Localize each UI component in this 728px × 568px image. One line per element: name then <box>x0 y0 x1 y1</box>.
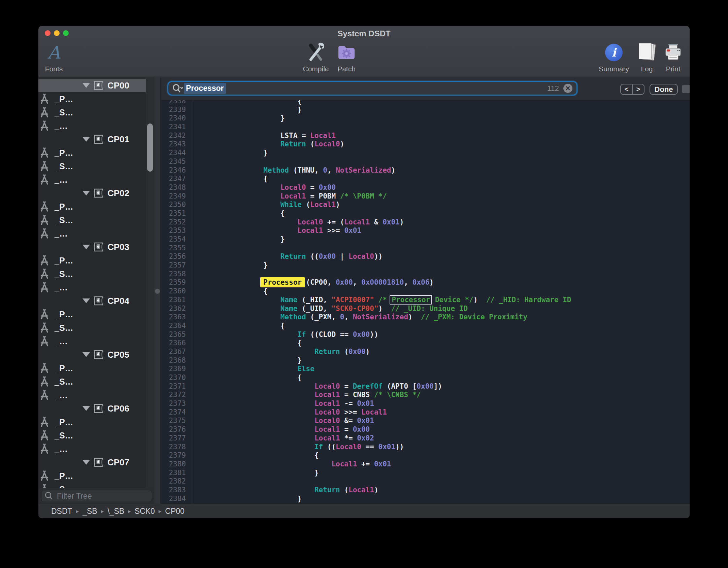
code-line: 2361 Name (_HID, "ACPI0007" /* Processor… <box>161 296 690 305</box>
clear-search-icon[interactable]: ✕ <box>563 84 572 93</box>
method-icon <box>38 429 51 441</box>
line-number: 2375 <box>161 417 189 425</box>
split-handle-icon[interactable] <box>155 289 160 294</box>
tree-item-cp05[interactable]: CP05 <box>38 348 146 361</box>
disclosure-triangle-icon[interactable] <box>82 191 90 196</box>
tree-item-cp03[interactable]: CP03 <box>38 240 146 254</box>
tree-child-item[interactable]: _… <box>38 281 146 294</box>
code-text: If ((Local0 == 0x01)) <box>189 443 404 452</box>
code-editor[interactable]: 2338 {2339 }2340 }23412342 LSTA = Local1… <box>161 100 690 504</box>
method-icon <box>38 214 51 226</box>
code-line: 2340 } <box>161 114 690 123</box>
tree-item-cp02[interactable]: CP02 <box>38 186 146 200</box>
code-line: 2338 { <box>161 100 690 106</box>
tree-item-cp04[interactable]: CP04 <box>38 294 146 308</box>
tree-child-item[interactable]: _… <box>38 173 146 186</box>
method-icon <box>38 120 51 132</box>
tree-child-item[interactable]: _P… <box>38 200 146 213</box>
tree-item-cp01[interactable]: CP01 <box>38 133 146 146</box>
disclosure-triangle-icon[interactable] <box>82 137 90 142</box>
code-text: Name (_UID, "SCK0-CP00") // _UID: Unique… <box>189 305 468 313</box>
code-text: Local1 = 0x00 <box>189 425 370 434</box>
tree-child-item[interactable]: _P… <box>38 146 146 159</box>
replace-checkbox[interactable] <box>682 85 690 93</box>
print-button[interactable]: Print <box>653 42 690 73</box>
tree-item-label: CP01 <box>107 134 129 145</box>
code-line: 2349 Local1 = P0BM /* \P0BM */ <box>161 192 690 201</box>
tree-child-item[interactable]: _S… <box>38 106 146 119</box>
split-divider[interactable] <box>154 77 161 504</box>
line-number: 2354 <box>161 235 189 244</box>
line-number: 2344 <box>161 149 189 157</box>
tree-item-cp06[interactable]: CP06 <box>38 402 146 415</box>
tree-item-cp07[interactable]: CP07 <box>38 456 146 469</box>
find-previous-button[interactable]: < <box>621 84 633 94</box>
disclosure-triangle-icon[interactable] <box>82 352 90 357</box>
fonts-label: Fonts <box>38 65 74 73</box>
disclosure-triangle-icon[interactable] <box>82 406 90 411</box>
fonts-button[interactable]: A Fonts <box>38 42 74 73</box>
tree-item-label: CP03 <box>107 242 129 252</box>
tree-child-item[interactable]: _S… <box>38 267 146 281</box>
breadcrumb-item[interactable]: DSDT <box>51 507 72 516</box>
tree-child-item[interactable]: _P… <box>38 92 146 106</box>
tree-child-item[interactable]: _P… <box>38 415 146 429</box>
tree-child-item[interactable]: _P… <box>38 308 146 321</box>
disclosure-triangle-icon[interactable] <box>82 245 90 249</box>
filter-tree-input[interactable]: Filter Tree <box>41 490 152 502</box>
device-icon <box>93 295 104 307</box>
tree-child-item[interactable]: _S… <box>38 429 146 442</box>
tree-child-item[interactable]: _P… <box>38 469 146 483</box>
tree-child-label: _S… <box>55 215 73 225</box>
tree-child-item[interactable]: _S… <box>38 321 146 334</box>
find-nav-segment: < > <box>620 84 644 95</box>
tree-item-cp00[interactable]: CP00 <box>38 79 146 92</box>
breadcrumb-item[interactable]: SCK0 <box>135 507 155 516</box>
tree-child-item[interactable]: _… <box>38 442 146 456</box>
breadcrumb-separator-icon: ▸ <box>76 508 79 515</box>
tree-item-label: CP00 <box>107 80 129 91</box>
code-text: Return (0x00) <box>189 348 370 356</box>
tree-child-item[interactable]: _S… <box>38 375 146 388</box>
tree-child-label: _S… <box>55 162 73 171</box>
line-number: 2368 <box>161 356 189 365</box>
tree-item-label: CP02 <box>107 188 129 199</box>
device-icon <box>93 457 104 468</box>
code-text: Local0 &= 0x01 <box>189 417 374 425</box>
tree-child-label: _P… <box>55 363 73 373</box>
sidebar-scrollbar-track[interactable] <box>146 77 154 488</box>
tree-child-item[interactable]: _S… <box>38 483 146 488</box>
code-line: 2347 { <box>161 175 690 183</box>
disclosure-triangle-icon[interactable] <box>82 460 90 465</box>
code-text: { <box>189 322 285 330</box>
line-number: 2339 <box>161 106 189 114</box>
find-next-button[interactable]: > <box>633 84 644 94</box>
find-query-text: Processor <box>184 83 226 94</box>
line-number: 2374 <box>161 408 189 417</box>
tree-child-item[interactable]: _… <box>38 119 146 133</box>
breadcrumb-item[interactable]: _SB <box>82 507 97 516</box>
tree-child-item[interactable]: _S… <box>38 159 146 173</box>
disclosure-triangle-icon[interactable] <box>82 298 90 303</box>
code-line: 2359 Processor (CP00, 0x00, 0x00001810, … <box>161 278 690 287</box>
tree-child-item[interactable]: _P… <box>38 254 146 267</box>
code-line: 2370 { <box>161 374 690 382</box>
method-icon <box>38 254 51 267</box>
tree-child-label: _… <box>55 390 68 400</box>
tree-child-item[interactable]: _… <box>38 334 146 348</box>
filter-placeholder: Filter Tree <box>57 492 92 501</box>
line-number: 2379 <box>161 451 189 460</box>
tree-child-item[interactable]: _… <box>38 227 146 240</box>
find-input[interactable]: Processor 112 ✕ <box>167 81 577 96</box>
tree-child-item[interactable]: _S… <box>38 213 146 227</box>
code-text: Local0 = DerefOf (APT0 [0x00]) <box>189 382 442 391</box>
done-button[interactable]: Done <box>650 84 678 95</box>
tree-child-item[interactable]: _… <box>38 388 146 402</box>
patch-button[interactable]: Patch <box>326 42 367 73</box>
disclosure-triangle-icon[interactable] <box>82 83 90 88</box>
sidebar-scrollbar-thumb[interactable] <box>147 123 153 172</box>
tree-child-item[interactable]: _P… <box>38 361 146 375</box>
breadcrumb-item[interactable]: \_SB <box>107 507 124 516</box>
breadcrumb-item[interactable]: CP00 <box>165 507 185 516</box>
code-text: Method (_PXM, 0, NotSerialized) // _PXM:… <box>189 313 527 322</box>
